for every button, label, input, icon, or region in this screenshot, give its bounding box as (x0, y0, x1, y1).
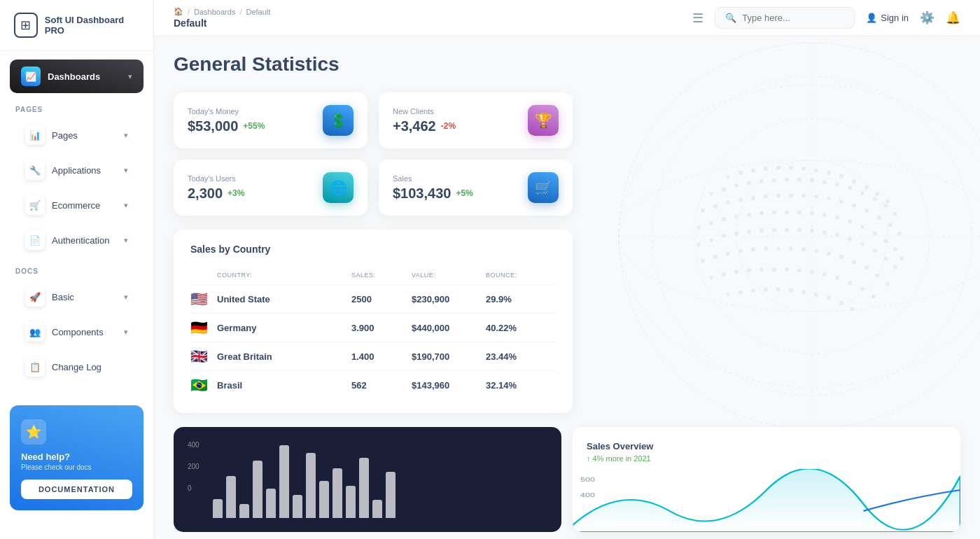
svg-point-121 (726, 293, 730, 297)
svg-point-131 (850, 307, 855, 311)
chart-bar (372, 500, 382, 518)
svg-point-130 (839, 301, 844, 305)
sign-in-button[interactable]: 👤 Sign in (866, 13, 909, 23)
stat-sales-value: $103,430 +5% (393, 186, 473, 202)
svg-point-16 (814, 168, 818, 172)
svg-point-81 (785, 228, 789, 232)
svg-point-25 (734, 183, 738, 188)
help-panel: ⭐ Need help? Please check our docs DOCUM… (10, 405, 144, 510)
svg-point-70 (873, 231, 877, 235)
svg-point-18 (839, 174, 844, 178)
svg-point-54 (888, 223, 892, 227)
chart-bar (279, 445, 289, 519)
chart-bar (332, 468, 342, 519)
svg-point-126 (789, 288, 793, 293)
svg-point-0 (619, 43, 980, 429)
stat-money-change: +55% (243, 121, 265, 131)
svg-point-21 (876, 192, 880, 196)
sidebar-item-dashboards[interactable]: 📈 Dashboards ▾ (10, 59, 144, 93)
chart-bar (253, 461, 262, 519)
svg-point-119 (860, 287, 864, 291)
svg-point-118 (848, 281, 852, 285)
sign-in-label: Sign in (881, 13, 909, 23)
sidebar-item-applications[interactable]: 🔧 Applications ▾ (10, 154, 144, 186)
svg-point-59 (734, 214, 738, 218)
ecommerce-label: Ecommerce (52, 200, 117, 211)
search-input[interactable] (742, 13, 840, 23)
svg-point-92 (713, 255, 718, 259)
sidebar-item-pages[interactable]: 📊 Pages ▾ (10, 119, 144, 151)
notification-icon[interactable]: 🔔 (946, 10, 960, 25)
breadcrumb: 🏠 / Dashboards / Default Default (174, 7, 681, 29)
svg-point-28 (772, 178, 776, 183)
svg-point-103 (852, 260, 856, 264)
stat-sales-icon: 🛒 (528, 172, 559, 203)
svg-point-61 (760, 211, 764, 216)
sidebar-item-components[interactable]: 👥 Components ▾ (10, 316, 144, 348)
sidebar-item-changelog[interactable]: 📋 Change Log (10, 351, 144, 383)
sidebar: ⊞ Soft UI Dashboard PRO 📈 Dashboards ▾ P… (0, 0, 154, 539)
svg-point-41 (726, 200, 730, 204)
svg-point-45 (776, 193, 780, 197)
documentation-button[interactable]: DOCUMENTATION (21, 479, 132, 499)
chart-y-labels: 400 200 0 (188, 441, 200, 492)
sales-overview-subtitle: ↑ 4% more in 2021 (587, 454, 946, 463)
svg-point-55 (897, 231, 902, 235)
settings-icon[interactable]: ⚙️ (920, 10, 934, 25)
svg-point-73 (899, 256, 904, 260)
svg-point-65 (810, 211, 814, 216)
svg-point-117 (835, 276, 839, 280)
svg-point-125 (776, 288, 780, 292)
stat-card-money: Today's Money $53,000 +55% 💲 (174, 92, 368, 148)
svg-point-114 (797, 268, 802, 272)
chart-bar (239, 504, 249, 518)
stat-sales-change: +5% (456, 188, 472, 198)
col-header-country: Country: (217, 272, 347, 279)
stat-card-sales: Sales $103,430 +5% 🛒 (379, 160, 573, 216)
menu-icon[interactable]: ☰ (692, 10, 704, 26)
svg-point-6 (619, 43, 980, 429)
svg-point-37 (884, 204, 888, 208)
flag-de: 🇩🇪 (190, 319, 213, 336)
sidebar-item-authentication[interactable]: 📄 Authentication ▾ (10, 224, 144, 256)
col-header-sales: Sales: (351, 272, 407, 279)
flag-gb: 🇬🇧 (190, 348, 213, 365)
svg-point-11 (751, 168, 755, 172)
sidebar-item-basic[interactable]: 🚀 Basic ▾ (10, 281, 144, 313)
svg-point-84 (822, 230, 827, 234)
svg-point-104 (864, 266, 869, 270)
flag-br: 🇧🇷 (190, 377, 213, 393)
svg-point-68 (848, 220, 852, 224)
svg-point-14 (789, 166, 793, 170)
svg-point-49 (827, 196, 831, 200)
svg-point-77 (734, 231, 738, 235)
applications-icon: 🔧 (25, 160, 45, 180)
stat-users-icon: 🌐 (323, 172, 354, 203)
svg-point-69 (860, 225, 864, 229)
svg-point-13 (776, 166, 780, 170)
svg-point-48 (814, 195, 818, 199)
bar-chart-card: 400 200 0 (174, 427, 561, 532)
svg-point-101 (827, 251, 831, 255)
svg-point-39 (701, 209, 705, 213)
breadcrumb-section: Dashboards (194, 8, 235, 16)
app-name: Soft UI Dashboard PRO (45, 15, 139, 36)
bottom-charts-row: 400 200 0 (174, 427, 960, 532)
header: 🏠 / Dashboards / Default Default ☰ 🔍 👤 S… (154, 0, 980, 36)
stat-users-label: Today's Users (188, 174, 244, 183)
svg-point-88 (873, 249, 877, 253)
svg-point-75 (709, 238, 713, 242)
svg-point-76 (722, 234, 726, 238)
svg-point-116 (822, 272, 827, 276)
search-box[interactable]: 🔍 (715, 7, 855, 29)
sidebar-item-ecommerce[interactable]: 🛒 Ecommerce ▾ (10, 189, 144, 221)
svg-point-30 (797, 178, 802, 182)
search-icon: 🔍 (725, 13, 736, 23)
svg-point-129 (827, 296, 831, 300)
stat-card-users: Today's Users 2,300 +3% 🌐 (174, 160, 368, 216)
svg-point-15 (802, 167, 806, 171)
svg-point-108 (722, 272, 726, 276)
svg-point-95 (751, 247, 755, 251)
svg-point-122 (738, 290, 743, 294)
svg-point-107 (709, 276, 713, 280)
